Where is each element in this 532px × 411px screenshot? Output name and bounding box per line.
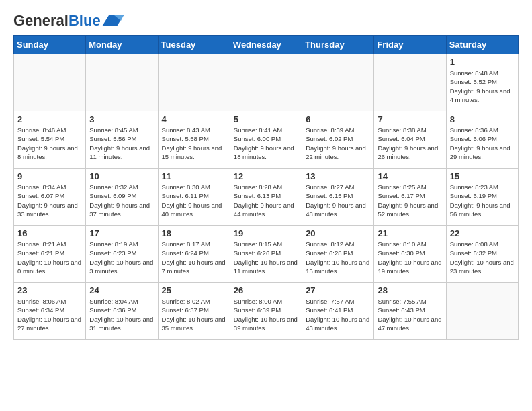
day-info: Sunrise: 7:55 AM Sunset: 6:43 PM Dayligh… <box>378 297 442 332</box>
day-info: Sunrise: 8:21 AM Sunset: 6:21 PM Dayligh… <box>17 240 82 275</box>
day-info: Sunrise: 8:15 AM Sunset: 6:26 PM Dayligh… <box>234 240 298 275</box>
weekday-header: Monday <box>86 36 158 54</box>
day-number: 21 <box>378 228 442 238</box>
day-info: Sunrise: 7:57 AM Sunset: 6:41 PM Dayligh… <box>306 297 370 332</box>
page-header: GeneralBlue <box>13 13 519 28</box>
day-number: 25 <box>162 285 226 295</box>
calendar-day-cell: 23Sunrise: 8:06 AM Sunset: 6:34 PM Dayli… <box>14 283 86 340</box>
weekday-header: Friday <box>374 36 446 54</box>
logo-text: GeneralBlue <box>13 13 101 28</box>
day-number: 8 <box>450 114 515 124</box>
calendar-table: SundayMondayTuesdayWednesdayThursdayFrid… <box>13 35 519 340</box>
day-number: 9 <box>17 171 82 181</box>
calendar-header-row: SundayMondayTuesdayWednesdayThursdayFrid… <box>14 36 519 54</box>
calendar-day-cell: 20Sunrise: 8:12 AM Sunset: 6:28 PM Dayli… <box>302 226 374 283</box>
calendar-day-cell: 25Sunrise: 8:02 AM Sunset: 6:37 PM Dayli… <box>158 283 230 340</box>
day-number: 15 <box>450 171 515 181</box>
calendar-day-cell: 6Sunrise: 8:39 AM Sunset: 6:02 PM Daylig… <box>302 111 374 169</box>
calendar-week-row: 23Sunrise: 8:06 AM Sunset: 6:34 PM Dayli… <box>14 283 519 340</box>
calendar-day-cell: 15Sunrise: 8:23 AM Sunset: 6:19 PM Dayli… <box>446 169 518 226</box>
day-number: 7 <box>378 114 442 124</box>
calendar-day-cell <box>374 54 446 111</box>
calendar-day-cell: 26Sunrise: 8:00 AM Sunset: 6:39 PM Dayli… <box>230 283 302 340</box>
day-number: 13 <box>306 171 370 181</box>
calendar-day-cell: 19Sunrise: 8:15 AM Sunset: 6:26 PM Dayli… <box>230 226 302 283</box>
day-number: 16 <box>17 228 82 238</box>
day-info: Sunrise: 8:00 AM Sunset: 6:39 PM Dayligh… <box>234 297 298 332</box>
day-info: Sunrise: 8:10 AM Sunset: 6:30 PM Dayligh… <box>378 240 442 275</box>
calendar-day-cell <box>230 54 302 111</box>
day-number: 4 <box>162 114 226 124</box>
calendar-day-cell: 17Sunrise: 8:19 AM Sunset: 6:23 PM Dayli… <box>86 226 158 283</box>
day-number: 6 <box>306 114 370 124</box>
day-info: Sunrise: 8:41 AM Sunset: 6:00 PM Dayligh… <box>234 126 298 161</box>
day-info: Sunrise: 8:43 AM Sunset: 5:58 PM Dayligh… <box>162 126 226 161</box>
calendar-day-cell <box>86 54 158 111</box>
day-info: Sunrise: 8:45 AM Sunset: 5:56 PM Dayligh… <box>89 126 154 161</box>
day-number: 10 <box>89 171 154 181</box>
calendar-day-cell: 24Sunrise: 8:04 AM Sunset: 6:36 PM Dayli… <box>86 283 158 340</box>
calendar-day-cell: 3Sunrise: 8:45 AM Sunset: 5:56 PM Daylig… <box>86 111 158 169</box>
day-info: Sunrise: 8:19 AM Sunset: 6:23 PM Dayligh… <box>89 240 154 275</box>
day-info: Sunrise: 8:46 AM Sunset: 5:54 PM Dayligh… <box>17 126 82 161</box>
calendar-day-cell: 8Sunrise: 8:36 AM Sunset: 6:06 PM Daylig… <box>446 111 518 169</box>
day-number: 5 <box>234 114 298 124</box>
day-info: Sunrise: 8:02 AM Sunset: 6:37 PM Dayligh… <box>162 297 226 332</box>
day-number: 2 <box>17 114 82 124</box>
calendar-day-cell: 22Sunrise: 8:08 AM Sunset: 6:32 PM Dayli… <box>446 226 518 283</box>
calendar-week-row: 1Sunrise: 8:48 AM Sunset: 5:52 PM Daylig… <box>14 54 519 111</box>
day-info: Sunrise: 8:28 AM Sunset: 6:13 PM Dayligh… <box>234 183 298 218</box>
calendar-day-cell: 14Sunrise: 8:25 AM Sunset: 6:17 PM Dayli… <box>374 169 446 226</box>
calendar-week-row: 2Sunrise: 8:46 AM Sunset: 5:54 PM Daylig… <box>14 111 519 169</box>
day-info: Sunrise: 8:23 AM Sunset: 6:19 PM Dayligh… <box>450 183 515 218</box>
calendar-day-cell: 27Sunrise: 7:57 AM Sunset: 6:41 PM Dayli… <box>302 283 374 340</box>
calendar-day-cell: 18Sunrise: 8:17 AM Sunset: 6:24 PM Dayli… <box>158 226 230 283</box>
calendar-day-cell <box>302 54 374 111</box>
day-info: Sunrise: 8:32 AM Sunset: 6:09 PM Dayligh… <box>89 183 154 218</box>
calendar-day-cell: 5Sunrise: 8:41 AM Sunset: 6:00 PM Daylig… <box>230 111 302 169</box>
calendar-day-cell: 2Sunrise: 8:46 AM Sunset: 5:54 PM Daylig… <box>14 111 86 169</box>
day-number: 1 <box>450 57 515 67</box>
calendar-day-cell: 11Sunrise: 8:30 AM Sunset: 6:11 PM Dayli… <box>158 169 230 226</box>
day-number: 11 <box>162 171 226 181</box>
calendar-day-cell: 4Sunrise: 8:43 AM Sunset: 5:58 PM Daylig… <box>158 111 230 169</box>
day-number: 14 <box>378 171 442 181</box>
day-number: 22 <box>450 228 515 238</box>
day-number: 26 <box>234 285 298 295</box>
day-info: Sunrise: 8:25 AM Sunset: 6:17 PM Dayligh… <box>378 183 442 218</box>
day-number: 12 <box>234 171 298 181</box>
day-info: Sunrise: 8:38 AM Sunset: 6:04 PM Dayligh… <box>378 126 442 161</box>
day-number: 23 <box>17 285 82 295</box>
day-info: Sunrise: 8:06 AM Sunset: 6:34 PM Dayligh… <box>17 297 82 332</box>
day-number: 27 <box>306 285 370 295</box>
day-info: Sunrise: 8:12 AM Sunset: 6:28 PM Dayligh… <box>306 240 370 275</box>
calendar-week-row: 16Sunrise: 8:21 AM Sunset: 6:21 PM Dayli… <box>14 226 519 283</box>
day-number: 19 <box>234 228 298 238</box>
day-info: Sunrise: 8:36 AM Sunset: 6:06 PM Dayligh… <box>450 126 515 161</box>
calendar-day-cell <box>14 54 86 111</box>
calendar-day-cell <box>158 54 230 111</box>
calendar-day-cell: 10Sunrise: 8:32 AM Sunset: 6:09 PM Dayli… <box>86 169 158 226</box>
logo: GeneralBlue <box>13 13 124 28</box>
day-info: Sunrise: 8:27 AM Sunset: 6:15 PM Dayligh… <box>306 183 370 218</box>
day-info: Sunrise: 8:04 AM Sunset: 6:36 PM Dayligh… <box>89 297 154 332</box>
logo-icon <box>102 14 124 28</box>
day-number: 3 <box>89 114 154 124</box>
day-info: Sunrise: 8:08 AM Sunset: 6:32 PM Dayligh… <box>450 240 515 275</box>
weekday-header: Wednesday <box>230 36 302 54</box>
weekday-header: Thursday <box>302 36 374 54</box>
day-number: 28 <box>378 285 442 295</box>
weekday-header: Sunday <box>14 36 86 54</box>
day-number: 24 <box>89 285 154 295</box>
calendar-day-cell: 7Sunrise: 8:38 AM Sunset: 6:04 PM Daylig… <box>374 111 446 169</box>
calendar-day-cell: 13Sunrise: 8:27 AM Sunset: 6:15 PM Dayli… <box>302 169 374 226</box>
day-info: Sunrise: 8:17 AM Sunset: 6:24 PM Dayligh… <box>162 240 226 275</box>
calendar-day-cell: 12Sunrise: 8:28 AM Sunset: 6:13 PM Dayli… <box>230 169 302 226</box>
calendar-day-cell: 28Sunrise: 7:55 AM Sunset: 6:43 PM Dayli… <box>374 283 446 340</box>
calendar-day-cell <box>446 283 518 340</box>
day-number: 18 <box>162 228 226 238</box>
weekday-header: Saturday <box>446 36 518 54</box>
calendar-day-cell: 21Sunrise: 8:10 AM Sunset: 6:30 PM Dayli… <box>374 226 446 283</box>
day-number: 20 <box>306 228 370 238</box>
day-info: Sunrise: 8:48 AM Sunset: 5:52 PM Dayligh… <box>450 68 515 104</box>
